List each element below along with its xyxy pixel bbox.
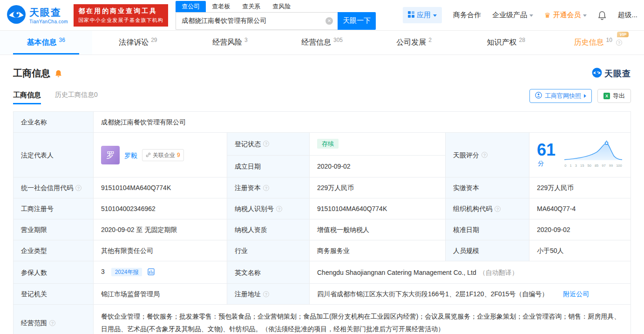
table-row: 企业名称 成都烧江南餐饮管理有限公司 (14, 112, 631, 133)
score-value: 61 (537, 140, 556, 159)
nav-open-vip[interactable]: ♛ 开通会员 (544, 11, 587, 20)
excel-icon (603, 93, 610, 99)
info-icon[interactable] (276, 206, 282, 212)
company-type-value: 其他有限责任公司 (94, 240, 227, 261)
paid-capital-value: 229万人民币 (529, 177, 631, 198)
auto-translate-note: （自动翻译） (479, 269, 518, 276)
nearby-companies-link[interactable]: 附近公司 (563, 290, 589, 298)
info-icon[interactable] (495, 206, 501, 212)
tab-operational-risk[interactable]: 经营风险3 (184, 31, 276, 55)
related-companies-pill[interactable]: 关联企业 9 (142, 149, 184, 161)
nav-enterprise-products[interactable]: 企业级产品 (492, 11, 533, 20)
official-snapshot-button[interactable]: 工商官网快照 (529, 89, 592, 103)
tab-company-development[interactable]: 公司发展2 (368, 31, 460, 55)
search-tab-relation[interactable]: 查关系 (236, 1, 266, 12)
reg-authority-label: 登记机关 (14, 284, 94, 305)
search-button[interactable]: 天眼一下 (338, 12, 376, 30)
reg-number-value: 510104002346962 (94, 198, 227, 219)
info-icon[interactable] (263, 291, 269, 297)
reg-address-cell: 四川省成都市锦江区东大街下东大街段166号1、2层1F120、2F015号（自编… (310, 284, 631, 305)
announcement-bell-icon[interactable] (54, 69, 62, 78)
company-name-label: 企业名称 (14, 112, 94, 133)
nav-cooperation[interactable]: 商务合作 (453, 11, 481, 20)
score-cell: 61分 0 1 3 15 50 85 97 99 100 (529, 133, 631, 177)
bell-icon (598, 11, 606, 20)
insured-count: 3 (101, 268, 105, 275)
watermark-brand: 天眼查 (592, 68, 631, 80)
info-icon[interactable] (616, 40, 622, 46)
tianyancha-eye-icon (592, 68, 602, 80)
search-input[interactable] (176, 17, 325, 25)
annual-report-badge[interactable]: 2024年报 (111, 268, 142, 276)
score-axis-labels: 0 1 3 15 50 85 97 99 100 (563, 161, 623, 170)
business-term-label: 营业期限 (14, 219, 94, 240)
tianyancha-eye-icon (7, 5, 26, 26)
company-name-value: 成都烧江南餐饮管理有限公司 (94, 112, 631, 133)
reg-status-value: 存续 (310, 133, 446, 156)
table-row: 工商注册号 510104002346962 纳税人识别号 91510104MA6… (14, 198, 631, 219)
table-row: 登记机关 锦江市场监督管理局 注册地址 四川省成都市锦江区东大街下东大街段166… (14, 284, 631, 305)
tab-intellectual-property[interactable]: 知识产权28 (460, 31, 552, 55)
notification-bell[interactable] (598, 11, 606, 20)
search-tab-boss[interactable]: 查老板 (206, 1, 236, 12)
company-type-label: 企业类型 (14, 240, 94, 261)
chevron-down-icon (433, 14, 437, 17)
crown-icon: ♛ (544, 11, 550, 20)
legal-rep-avatar[interactable]: 罗 (101, 146, 120, 164)
business-term-value: 2020-09-02 至 无固定期限 (94, 219, 227, 240)
tab-history-info[interactable]: 历史信息10 VIP (552, 31, 644, 55)
subtab-history-registration[interactable]: 历史工商信息0 (55, 91, 98, 104)
table-row: 企业类型 其他有限责任公司 行业 商务服务业 人员规模 小于50人 (14, 240, 631, 261)
taxpayer-quality-label: 纳税人资质 (227, 219, 310, 240)
nav-apps[interactable]: 应用 (403, 7, 442, 23)
reg-capital-value: 229万人民币 (310, 177, 446, 198)
industry-value: 商务服务业 (310, 240, 446, 261)
subtabs-row: 工商信息 历史工商信息0 工商官网快照 导出 (13, 89, 631, 106)
info-icon[interactable] (263, 185, 269, 191)
industry-label: 行业 (227, 240, 310, 261)
business-scope-label: 经营范围 (14, 305, 94, 334)
annual-report-icon[interactable] (148, 269, 155, 277)
info-icon[interactable] (75, 185, 81, 191)
tab-basic-info[interactable]: 基本信息36 (0, 31, 92, 55)
info-icon[interactable] (263, 141, 269, 147)
insured-label: 参保人数 (14, 261, 94, 284)
reg-capital-label: 注册资本 (227, 177, 310, 198)
tab-legal-litigation[interactable]: 法律诉讼29 (92, 31, 184, 55)
promo-banner[interactable]: 都在用的商业查询工具 国家中小企业发展子基金旗下机构 (74, 4, 168, 27)
promo-line2: 国家中小企业发展子基金旗下机构 (78, 17, 163, 24)
table-row: 经营范围 餐饮企业管理；餐饮服务；批发兼零售：预包装食品；企业营销策划；食品加工… (14, 305, 631, 334)
taxpayer-quality-value: 增值税一般纳税人 (310, 219, 446, 240)
english-name-cell: Chengdu Shaojiangnan Catering Management… (310, 261, 631, 284)
subtab-business-registration[interactable]: 工商信息 (13, 91, 41, 104)
link-icon (146, 152, 151, 157)
search-tab-risk[interactable]: 查风险 (266, 1, 297, 12)
nav-super[interactable]: 超级... (617, 11, 637, 20)
approval-date-value: 2020-09-02 (529, 219, 631, 240)
legal-rep-link[interactable]: 罗毅 (124, 151, 137, 159)
clear-search-icon[interactable] (325, 17, 333, 25)
score-label: 天眼评分 (446, 133, 529, 177)
info-icon[interactable] (49, 320, 55, 326)
info-icon[interactable] (481, 152, 488, 158)
search-tab-company[interactable]: 查公司 (176, 1, 206, 12)
top-nav: 应用 商务合作 企业级产品 ♛ 开通会员 超级... (403, 7, 637, 23)
tab-business-info[interactable]: 经营信息305 (276, 31, 368, 55)
chevron-right-icon (584, 94, 586, 98)
section-title: 工商信息 (13, 67, 50, 80)
reg-address-label: 注册地址 (227, 284, 310, 305)
approval-date-label: 核准日期 (446, 219, 529, 240)
vip-badge: VIP (617, 32, 629, 37)
table-row: 营业期限 2020-09-02 至 无固定期限 纳税人资质 增值税一般纳税人 核… (14, 219, 631, 240)
company-tabbar: 基本信息36 法律诉讼29 经营风险3 经营信息305 公司发展2 知识产权28… (0, 31, 644, 55)
insured-value-cell: 3 2024年报 (94, 261, 227, 284)
snapshot-icon (535, 92, 542, 100)
business-info-table: 企业名称 成都烧江南餐饮管理有限公司 法定代表人 罗 罗毅 关联企业 9 登记状… (13, 111, 631, 334)
app-grid-icon (408, 11, 414, 19)
legal-rep-cell: 罗 罗毅 关联企业 9 (94, 133, 227, 177)
brand-name: 天眼查 (29, 6, 68, 19)
establish-date-label: 成立日期 (227, 155, 310, 177)
paid-capital-label: 实缴资本 (446, 177, 529, 198)
export-button[interactable]: 导出 (597, 89, 631, 103)
tianyancha-logo[interactable]: 天眼查 TianYanCha.com (7, 5, 68, 26)
